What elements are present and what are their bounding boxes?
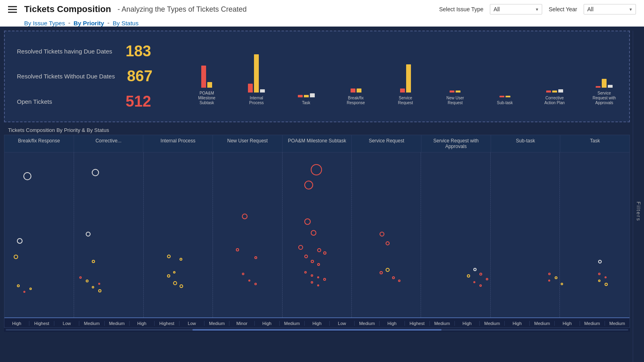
bubble-c3-4 — [167, 274, 170, 278]
scatter-col-4: New User Request — [213, 135, 283, 152]
x-label-15: Medium — [355, 321, 380, 326]
bubble-c8-4 — [561, 283, 563, 285]
bar-red-9 — [596, 86, 601, 88]
x-label-13: High — [305, 321, 330, 326]
bubble-c7-6 — [479, 284, 482, 287]
x-label-24: Medium — [580, 321, 605, 326]
bar-yellow-8 — [552, 90, 557, 93]
stat-label-1: Resolved Tickets having Due Dates — [17, 48, 114, 55]
bubble-c2-3 — [92, 260, 95, 263]
hamburger-icon[interactable] — [8, 6, 17, 13]
stat-row-2: Resolved Tickets Without Due Dates 867 — [17, 65, 170, 87]
bubble-4 — [17, 284, 20, 287]
bubble-c2-1 — [92, 169, 99, 176]
bar-red-5 — [400, 88, 405, 93]
tab-priority[interactable]: By Priority — [74, 20, 104, 27]
bubble-2 — [17, 238, 23, 244]
bubble-c9-1 — [598, 260, 602, 263]
bar-label-5: Service Request — [391, 96, 419, 105]
bar-label-1: POA&M Milestone Subtask — [193, 91, 221, 105]
bar-white-9 — [608, 85, 613, 88]
x-label-6: High — [130, 321, 155, 326]
bar-yellow-9 — [602, 79, 607, 88]
x-label-14: Low — [330, 321, 355, 326]
scatter-col-5: POA&M Milestone Subtask — [283, 135, 352, 152]
bubble-c5-13 — [317, 276, 319, 278]
x-label-21: High — [505, 321, 530, 326]
bubble-c5-7 — [304, 255, 308, 258]
bubble-c9-5 — [605, 283, 608, 286]
x-label-10: Minor — [229, 321, 254, 326]
bubble-c6-3 — [386, 268, 390, 272]
bar-label-6: New User Request — [441, 96, 469, 105]
x-label-17: Highest — [405, 321, 430, 326]
scrollbar-thumb[interactable] — [192, 329, 442, 331]
x-label-2: Highest — [29, 321, 54, 326]
horizontal-scrollbar[interactable] — [4, 328, 630, 332]
bar-group-8: Corrective Action Plan — [534, 40, 575, 105]
bubble-c9-4 — [598, 280, 601, 282]
year-select[interactable]: All — [584, 4, 636, 14]
bubble-c7-5 — [473, 281, 475, 283]
x-label-9: Medium — [204, 321, 229, 326]
bubble-c5-3 — [304, 218, 311, 225]
divider-8 — [559, 152, 560, 317]
bubble-c5-11 — [304, 271, 307, 274]
bubble-c2-2 — [86, 232, 91, 237]
scatter-headers: Break/fix Response Corrective... Interna… — [4, 135, 630, 152]
bar-red-1 — [201, 66, 206, 88]
bar-label-8: Corrective Action Plan — [541, 96, 569, 105]
bubble-c8-1 — [548, 273, 551, 275]
filters-sidebar[interactable]: Filters — [633, 31, 644, 362]
issue-type-select[interactable]: All — [490, 4, 542, 14]
tab-status[interactable]: By Status — [113, 20, 138, 27]
bar-group-6: New User Request — [434, 40, 476, 105]
stat-label-2: Resolved Tickets Without Due Dates — [17, 73, 115, 80]
bar-red-2 — [248, 84, 253, 93]
divider-5 — [351, 152, 352, 317]
bubble-c5-2 — [304, 181, 313, 189]
header-filters: Select Issue Type All Select Year All — [439, 4, 636, 14]
bar-yellow-5 — [406, 64, 411, 93]
bubble-5 — [29, 288, 32, 290]
scatter-chart: Break/fix Response Corrective... Interna… — [4, 135, 630, 328]
x-label-11: High — [255, 321, 280, 326]
bubble-c7-2 — [479, 273, 482, 276]
bubble-c5-10 — [317, 263, 320, 266]
x-label-1: High — [4, 321, 29, 326]
bar-label-7: Sub-task — [497, 101, 513, 105]
bubble-c5-9 — [323, 251, 326, 255]
scatter-col-3: Internal Process — [143, 135, 213, 152]
year-select-wrapper[interactable]: All — [584, 4, 636, 14]
bar-white-8 — [558, 89, 563, 93]
bubble-c6-5 — [392, 276, 395, 279]
stat-row-1: Resolved Tickets having Due Dates 183 — [17, 40, 170, 62]
x-label-23: High — [555, 321, 580, 326]
bar-white-2 — [260, 89, 265, 93]
x-label-18: Medium — [430, 321, 455, 326]
bar-red-3 — [298, 95, 303, 97]
bubble-3 — [14, 255, 18, 259]
x-label-8: Low — [180, 321, 204, 326]
scatter-col-8: Sub-task — [491, 135, 561, 152]
tab-issue-types[interactable]: By Issue Types — [24, 20, 65, 27]
stat-row-3: Open Tickets 512 — [17, 90, 170, 113]
scrollbar-track[interactable] — [6, 329, 628, 331]
page-title: Tickets Composition — [24, 4, 111, 14]
bubble-c5-6 — [317, 248, 321, 252]
bubble-c6-4 — [380, 271, 383, 274]
bar-red-4 — [351, 88, 355, 93]
bubble-c3-6 — [180, 284, 183, 288]
bubble-c9-3 — [605, 276, 607, 278]
summary-panel: Resolved Tickets having Due Dates 183 Re… — [4, 31, 630, 122]
x-label-16: High — [380, 321, 405, 326]
x-label-3: Low — [54, 321, 79, 326]
issue-type-select-wrapper[interactable]: All — [490, 4, 542, 14]
section-title: Tickets Composition By Priority & By Sta… — [4, 125, 630, 135]
bubble-c3-1 — [167, 255, 171, 258]
stat-label-3: Open Tickets — [17, 98, 114, 105]
bubble-c8-2 — [555, 276, 557, 279]
bar-white-3 — [310, 93, 315, 97]
bubble-c5-14 — [323, 278, 326, 281]
bubble-c2-4 — [79, 276, 82, 279]
